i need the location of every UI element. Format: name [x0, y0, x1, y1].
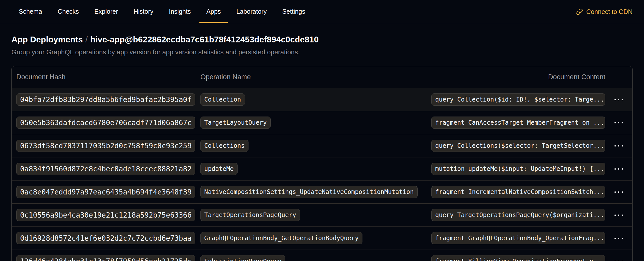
nav-item[interactable]: History [127, 0, 160, 23]
ellipsis-icon [614, 191, 623, 193]
operation-name-value: TargetLayoutQuery [200, 117, 271, 129]
page-title: App Deployments/hive-app@b622862ecdba7c6… [11, 34, 633, 45]
breadcrumb-section[interactable]: App Deployments [11, 35, 83, 44]
column-header-document-content: Document Content [431, 73, 605, 81]
table-row: 0a834f91560d872e8c4bec0ade18ceec88821a82… [12, 157, 632, 180]
nav-item[interactable]: Laboratory [229, 0, 274, 23]
connect-to-cdn-link[interactable]: Connect to CDN [576, 0, 633, 23]
deployments-table: Document Hash Operation Name Document Co… [11, 66, 633, 261]
document-content-preview: fragment GraphQLOperationBody_OperationF… [431, 232, 605, 244]
breadcrumb-separator: / [85, 35, 88, 44]
document-hash-value[interactable]: 0ac8e047eddd97a97eac6435a4b694f4e3648f39 [16, 186, 195, 198]
nav-item-label: Explorer [94, 8, 118, 15]
row-menu-button[interactable] [612, 212, 625, 218]
operation-name-value: GraphQLOperationBody_GetOperationBodyQue… [200, 232, 362, 244]
table-row: 050e5b363dafdcacd6780e706cadf771d06a867c… [12, 111, 632, 134]
nav-item[interactable]: Explorer [87, 0, 125, 23]
operation-name-value: updateMe [200, 163, 238, 175]
document-content-preview: fragment CanAccessTarget_MemberFragment … [431, 117, 605, 129]
table-row: 126d46a4284abe31c13c78f7959d56eeb21725dc… [12, 250, 632, 261]
nav-item[interactable]: Checks [51, 0, 86, 23]
ellipsis-icon [614, 168, 623, 170]
document-content-preview: query Collections($selector: TargetSelec… [431, 140, 605, 152]
connect-to-cdn-label: Connect to CDN [586, 8, 633, 15]
primary-nav: Schema Checks Explorer History Insights … [0, 0, 312, 23]
nav-item[interactable]: Settings [275, 0, 312, 23]
document-content-preview: mutation updateMe($input: UpdateMeInput!… [431, 163, 605, 175]
nav-item-label: Insights [169, 8, 191, 15]
nav-item-label: Apps [206, 8, 221, 15]
document-content-preview: fragment IncrementalNativeCompositionSwi… [431, 186, 605, 198]
document-hash-value[interactable]: 0c10556a9be4ca30e19e21c1218a592b75e63366 [16, 209, 195, 221]
operation-name-value: SubscriptionPageQuery [200, 255, 285, 261]
operation-name-value: NativeCompositionSettings_UpdateNativeCo… [200, 186, 418, 198]
ellipsis-icon [614, 122, 623, 123]
document-content-preview: fragment BillingView_OrganizationFragmen… [431, 255, 605, 261]
column-header-document-hash: Document Hash [16, 73, 200, 81]
column-header-operation-name: Operation Name [200, 73, 431, 81]
table-row: 0c10556a9be4ca30e19e21c1218a592b75e63366… [12, 203, 632, 226]
document-content-preview: query Collection($id: ID!, $selector: Ta… [431, 93, 605, 106]
table-row: 0ac8e047eddd97a97eac6435a4b694f4e3648f39… [12, 180, 632, 203]
link-icon [576, 8, 583, 15]
row-menu-button[interactable] [612, 189, 625, 195]
document-hash-value[interactable]: 04bfa72dfb83b297dd8a5b6fed9bafac2b395a0f [16, 93, 195, 106]
document-hash-value[interactable]: 126d46a4284abe31c13c78f7959d56eeb21725dc [16, 255, 195, 261]
row-menu-button[interactable] [612, 166, 625, 172]
nav-item[interactable]: Schema [12, 0, 49, 23]
table-row: 0d16928d8572c41ef6e032d2c7c72ccbd6e73baa… [12, 226, 632, 250]
nav-item[interactable]: Insights [162, 0, 198, 23]
document-hash-value[interactable]: 0d16928d8572c41ef6e032d2c7c72ccbd6e73baa [16, 232, 195, 244]
nav-item-label: Settings [282, 8, 305, 15]
table-body: 04bfa72dfb83b297dd8a5b6fed9bafac2b395a0f… [12, 88, 632, 261]
document-hash-value[interactable]: 0673df58cd7037117035b2d0c758f59c0c93c259 [16, 140, 195, 152]
operation-name-value: Collections [200, 140, 248, 152]
row-menu-button[interactable] [612, 120, 625, 126]
nav-item-label: Schema [19, 8, 42, 15]
document-hash-value[interactable]: 0a834f91560d872e8c4bec0ade18ceec88821a82 [16, 163, 195, 175]
table-header-row: Document Hash Operation Name Document Co… [12, 66, 632, 88]
nav-item-label: Laboratory [236, 8, 267, 15]
ellipsis-icon [614, 238, 623, 239]
page-subtitle: Group your GraphQL operations by app ver… [11, 48, 633, 56]
operation-name-value: Collection [200, 93, 245, 106]
row-menu-button[interactable] [612, 235, 625, 241]
ellipsis-icon [614, 99, 623, 100]
breadcrumb-current: hive-app@b622862ecdba7c61b78f412453def89… [90, 35, 319, 44]
row-menu-button[interactable] [612, 143, 625, 149]
top-nav: Schema Checks Explorer History Insights … [0, 0, 644, 23]
row-menu-button[interactable] [612, 96, 625, 103]
row-menu-button[interactable] [612, 258, 625, 261]
nav-item-label: Checks [58, 8, 79, 15]
ellipsis-icon [614, 215, 623, 216]
table-row: 0673df58cd7037117035b2d0c758f59c0c93c259… [12, 134, 632, 157]
table-row: 04bfa72dfb83b297dd8a5b6fed9bafac2b395a0f… [12, 88, 632, 111]
document-hash-value[interactable]: 050e5b363dafdcacd6780e706cadf771d06a867c [16, 117, 195, 129]
nav-item-label: History [134, 8, 153, 15]
app-deployment-page: App Deployments/hive-app@b622862ecdba7c6… [0, 34, 644, 261]
nav-item[interactable]: Apps [199, 0, 228, 23]
ellipsis-icon [614, 145, 623, 146]
document-content-preview: query TargetOperationsPageQuery($organiz… [431, 209, 605, 221]
operation-name-value: TargetOperationsPageQuery [200, 209, 300, 221]
